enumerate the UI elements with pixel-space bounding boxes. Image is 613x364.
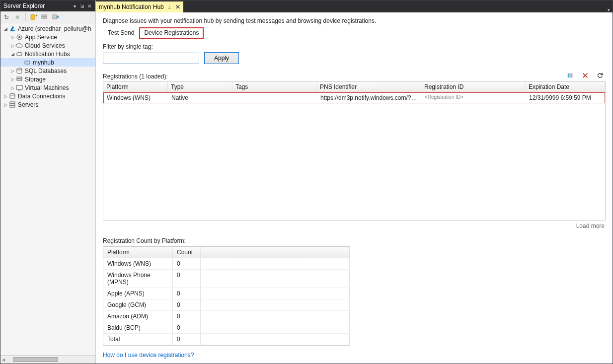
expand-icon[interactable]: ◢ [2, 26, 8, 31]
refresh-icon[interactable] [597, 72, 604, 80]
scrollbar-thumb[interactable] [13, 357, 58, 362]
svg-rect-11 [17, 79, 22, 80]
tree-node-virtual-machines[interactable]: ▷ Virtual Machines [0, 83, 95, 92]
count-cell-platform: Amazon (ADM) [103, 311, 173, 322]
tree-node-mynhub[interactable]: mynhub [0, 58, 95, 67]
load-more-link[interactable]: Load more [103, 222, 605, 229]
stop-icon[interactable]: ✖ [13, 13, 21, 21]
tree-node-sql-databases[interactable]: ▷ SQL Databases [0, 67, 95, 75]
svg-rect-19 [571, 73, 573, 78]
apply-button[interactable]: Apply [204, 52, 239, 64]
pin-icon[interactable]: ⇲ [79, 3, 85, 9]
expand-icon[interactable]: ▷ [9, 43, 15, 48]
col-header-expiration[interactable]: Expiration Date [526, 82, 605, 92]
count-table: Platform Count Windows (WNS)0Windows Pho… [103, 246, 350, 346]
document-tabbar: mynhub Notification Hub ⟂ ✕ ▾ [96, 0, 613, 12]
count-cell-platform: Apple (APNS) [103, 288, 173, 299]
cell-tags [233, 93, 317, 103]
count-cell-platform: Windows (WNS) [103, 258, 173, 269]
registrations-body: Windows (WNS) Native https://dm3p.notify… [103, 92, 605, 103]
count-cell-platform: Windows Phone (MPNS) [103, 270, 173, 288]
count-cell-count: 0 [173, 322, 201, 333]
count-cell-count: 0 [173, 334, 201, 345]
count-cell-platform: Total [103, 334, 173, 345]
expand-icon[interactable]: ▷ [9, 85, 15, 90]
count-label: Registration Count by Platform: [103, 237, 606, 244]
count-row[interactable]: Total0 [103, 334, 350, 345]
tree-node-data-connections[interactable]: ▷ Data Connections [0, 92, 95, 100]
expand-icon[interactable]: ▷ [2, 102, 8, 107]
col-header-type[interactable]: Type [168, 82, 232, 92]
tree-node-azure[interactable]: ◢ Azure (sreedhar_pelluru@h [0, 24, 95, 33]
col-header-tags[interactable]: Tags [232, 82, 317, 92]
close-tab-icon[interactable]: ✕ [175, 3, 180, 10]
svg-rect-8 [25, 61, 30, 64]
expand-icon[interactable]: ▷ [9, 77, 15, 82]
count-cell-platform: Google (GCM) [103, 299, 173, 310]
registration-row[interactable]: Windows (WNS) Native https://dm3p.notify… [103, 92, 605, 103]
pin-icon[interactable]: ⟂ [168, 4, 171, 10]
count-row[interactable]: Amazon (ADM)0 [103, 311, 350, 322]
horizontal-scrollbar[interactable]: ◂ [0, 355, 95, 364]
filter-tag-input[interactable] [103, 53, 199, 64]
registrations-table: Platform Type Tags PNS Identifier Regist… [103, 81, 606, 220]
storage-icon [15, 75, 23, 83]
connect-server-icon[interactable] [41, 13, 49, 21]
count-row[interactable]: Apple (APNS)0 [103, 288, 350, 299]
svg-point-6 [18, 36, 20, 38]
tree-node-storage[interactable]: ▷ Storage [0, 75, 95, 83]
svg-point-9 [17, 68, 22, 70]
count-col-count[interactable]: Count [173, 247, 201, 258]
server-explorer-panel: Server Explorer ▾ ⇲ ✕ ↻ ✖ + ◢ Azure (sre… [0, 0, 96, 364]
expand-icon[interactable]: ▷ [2, 94, 8, 99]
notification-hub-icon [15, 50, 23, 58]
delete-icon[interactable] [582, 72, 589, 80]
columns-icon[interactable] [567, 72, 574, 80]
count-row[interactable]: Baidu (BCP)0 [103, 322, 350, 334]
svg-rect-17 [568, 73, 569, 78]
svg-rect-16 [10, 106, 15, 107]
diagnose-text: Diagnose issues with your notification h… [103, 17, 606, 24]
tree-node-notification-hubs[interactable]: ◢ Notification Hubs [0, 50, 95, 58]
cell-type: Native [168, 93, 233, 103]
panel-toolbar: ↻ ✖ + [0, 11, 95, 23]
azure-icon [8, 25, 16, 33]
tree-node-cloud-services[interactable]: ▷ Cloud Services [0, 41, 95, 50]
tabwell-dropdown-icon[interactable]: ▾ [605, 7, 613, 12]
tree-node-app-service[interactable]: ▷ App Service [0, 33, 95, 41]
connect-db-icon[interactable]: + [30, 13, 38, 21]
document-tab-mynhub[interactable]: mynhub Notification Hub ⟂ ✕ [96, 1, 183, 12]
close-panel-icon[interactable]: ✕ [86, 3, 92, 9]
subtab-strip: Test Send Device Registrations [103, 27, 606, 39]
count-row[interactable]: Windows Phone (MPNS)0 [103, 270, 350, 288]
tree-view[interactable]: ◢ Azure (sreedhar_pelluru@h ▷ App Servic… [0, 23, 95, 355]
vm-icon [15, 84, 23, 92]
count-cell-count: 0 [173, 270, 201, 288]
col-header-regid[interactable]: Registration ID [421, 82, 526, 92]
count-cell-platform: Baidu (BCP) [103, 322, 173, 333]
expand-icon[interactable]: ▷ [9, 69, 15, 73]
col-header-platform[interactable]: Platform [103, 82, 168, 92]
tree-node-servers[interactable]: ▷ Servers [0, 100, 95, 109]
expand-icon[interactable]: ▷ [9, 35, 15, 40]
azure-connect-icon[interactable] [52, 13, 60, 21]
panel-header: Server Explorer ▾ ⇲ ✕ [0, 0, 95, 11]
help-link[interactable]: How do I use device registrations? [103, 352, 606, 359]
hub-item-icon [23, 59, 31, 67]
servers-icon [8, 101, 16, 109]
col-header-pns[interactable]: PNS Identifier [317, 82, 421, 92]
tab-test-send[interactable]: Test Send [103, 27, 139, 39]
svg-point-13 [10, 93, 15, 95]
panel-dropdown-icon[interactable]: ▾ [72, 3, 77, 9]
tab-device-registrations[interactable]: Device Registrations [139, 27, 204, 39]
collapse-icon[interactable]: ◢ [9, 52, 15, 57]
panel-title: Server Explorer [3, 2, 72, 9]
count-row[interactable]: Google (GCM)0 [103, 299, 350, 311]
cloud-icon [15, 42, 23, 50]
refresh-icon[interactable]: ↻ [2, 13, 10, 21]
count-col-platform[interactable]: Platform [103, 247, 173, 258]
sql-icon [15, 67, 23, 75]
count-cell-count: 0 [173, 288, 201, 299]
count-row[interactable]: Windows (WNS)0 [103, 258, 350, 270]
document-tab-title: mynhub Notification Hub [99, 3, 164, 10]
